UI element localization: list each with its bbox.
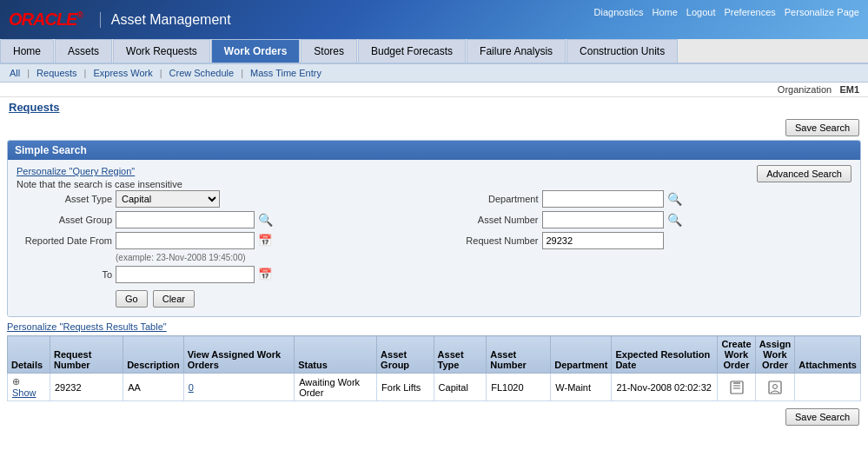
svg-point-5 bbox=[772, 384, 777, 388]
cell-status: Awaiting Work Order bbox=[295, 374, 377, 401]
tab-stores[interactable]: Stores bbox=[301, 39, 357, 63]
to-date-calendar-icon[interactable]: 📅 bbox=[258, 268, 272, 281]
tab-home[interactable]: Home bbox=[0, 39, 54, 63]
col-assign-work-order: AssignWorkOrder bbox=[755, 336, 795, 374]
subnav-express-work[interactable]: Express Work bbox=[88, 67, 157, 79]
tab-work-orders[interactable]: Work Orders bbox=[211, 39, 300, 63]
col-view-work-orders: View Assigned Work Orders bbox=[183, 336, 295, 374]
save-search-top-button[interactable]: Save Search bbox=[785, 119, 859, 136]
simple-search-body: Personalize "Query Region" Note that the… bbox=[8, 160, 860, 316]
save-search-bottom-button[interactable]: Save Search bbox=[785, 408, 859, 426]
asset-number-row: Asset Number 🔍 bbox=[443, 211, 852, 228]
cell-department: W-Maint bbox=[551, 374, 612, 401]
col-asset-group: Asset Group bbox=[377, 336, 434, 374]
asset-type-select[interactable]: Capital bbox=[116, 190, 220, 208]
asset-number-input[interactable] bbox=[542, 211, 664, 228]
department-label: Department bbox=[443, 194, 539, 204]
simple-search-section: Simple Search Personalize "Query Region"… bbox=[7, 140, 861, 317]
org-label: Organization bbox=[778, 84, 832, 95]
form-buttons: Go Clear bbox=[17, 290, 426, 308]
assign-work-order-icon[interactable] bbox=[767, 379, 783, 394]
col-status: Status bbox=[295, 336, 377, 374]
case-insensitive-note: Note that the search is case insensitive bbox=[17, 179, 182, 189]
oracle-wordmark: ORACLE® bbox=[9, 10, 83, 30]
col-request-number: Request Number bbox=[50, 336, 123, 374]
page-title: Requests bbox=[9, 101, 60, 114]
results-area: Personalize "Requests Results Table" Det… bbox=[7, 321, 861, 401]
department-search-icon[interactable]: 🔍 bbox=[667, 192, 682, 206]
cell-asset-group: Fork Lifts bbox=[377, 374, 434, 401]
nav-logout[interactable]: Logout bbox=[686, 7, 716, 17]
view-work-orders-link[interactable]: 0 bbox=[189, 382, 194, 393]
tab-budget-forecasts[interactable]: Budget Forecasts bbox=[358, 39, 466, 63]
asset-group-search-icon[interactable]: 🔍 bbox=[258, 213, 273, 227]
col-expected-resolution-date: Expected Resolution Date bbox=[612, 336, 718, 374]
nav-home[interactable]: Home bbox=[652, 7, 677, 17]
request-number-input[interactable] bbox=[542, 232, 664, 249]
cell-description: AA bbox=[123, 374, 184, 401]
col-attachments: Attachments bbox=[795, 336, 861, 374]
cell-asset-number: FL1020 bbox=[487, 374, 551, 401]
cell-assign-work-order bbox=[755, 374, 795, 401]
top-header: ORACLE® Asset Management Diagnostics Hom… bbox=[0, 0, 868, 39]
clear-button[interactable]: Clear bbox=[153, 290, 195, 308]
subnav-crew-schedule[interactable]: Crew Schedule bbox=[164, 67, 240, 79]
col-create-work-order: CreateWorkOrder bbox=[718, 336, 755, 374]
col-department: Department bbox=[551, 336, 612, 374]
request-number-row: Request Number bbox=[443, 232, 852, 249]
asset-number-search-icon[interactable]: 🔍 bbox=[667, 213, 682, 227]
asset-group-row: Asset Group 🔍 bbox=[17, 211, 426, 228]
svg-rect-4 bbox=[769, 381, 781, 394]
tab-assets[interactable]: Assets bbox=[55, 39, 112, 63]
asset-type-row: Asset Type Capital bbox=[17, 190, 426, 208]
asset-group-label: Asset Group bbox=[17, 215, 112, 225]
personalize-results-table-link[interactable]: Personalize "Requests Results Table" bbox=[7, 321, 167, 332]
tab-failure-analysis[interactable]: Failure Analysis bbox=[467, 39, 566, 63]
search-left-col: Asset Type Capital Asset Group 🔍 Reporte… bbox=[17, 190, 426, 308]
department-input[interactable] bbox=[542, 190, 664, 208]
advanced-search-button[interactable]: Advanced Search bbox=[757, 165, 851, 182]
subnav-mass-time-entry[interactable]: Mass Time Entry bbox=[245, 67, 327, 79]
page-title-bar: Requests bbox=[0, 97, 868, 116]
asset-type-label: Asset Type bbox=[17, 194, 112, 204]
org-value: EM1 bbox=[839, 84, 859, 95]
cell-view-work-orders: 0 bbox=[183, 374, 295, 401]
asset-number-label: Asset Number bbox=[443, 215, 539, 225]
subnav-all[interactable]: All bbox=[4, 67, 25, 79]
reported-date-from-input[interactable] bbox=[116, 232, 255, 249]
tab-work-requests[interactable]: Work Requests bbox=[113, 39, 210, 63]
example-row: (example: 23-Nov-2008 19:45:00) bbox=[17, 253, 426, 262]
nav-diagnostics[interactable]: Diagnostics bbox=[594, 7, 644, 17]
tab-construction-units[interactable]: Construction Units bbox=[567, 39, 678, 63]
cell-create-work-order bbox=[718, 374, 755, 401]
subnav-requests[interactable]: Requests bbox=[31, 67, 82, 79]
reported-date-from-calendar-icon[interactable]: 📅 bbox=[258, 234, 272, 248]
table-row: ⊕ Show 29232 AA 0 Awaiting Work Order Fo… bbox=[8, 374, 861, 401]
app-title: Asset Management bbox=[100, 12, 231, 28]
nav-personalize-page[interactable]: Personalize Page bbox=[785, 7, 859, 17]
nav-preferences[interactable]: Preferences bbox=[724, 7, 775, 17]
org-bar: Organization EM1 bbox=[0, 83, 868, 97]
asset-group-input[interactable] bbox=[116, 211, 255, 228]
show-link[interactable]: Show bbox=[12, 387, 36, 398]
personalize-query-region-link[interactable]: Personalize "Query Region" bbox=[17, 166, 135, 176]
reported-date-from-label: Reported Date From bbox=[17, 235, 112, 246]
col-asset-number: Asset Number bbox=[487, 336, 551, 374]
to-date-input[interactable] bbox=[116, 266, 255, 283]
reported-date-from-row: Reported Date From 📅 bbox=[17, 232, 426, 249]
request-number-label: Request Number bbox=[443, 235, 539, 246]
sub-nav: All | Requests | Express Work | Crew Sch… bbox=[0, 64, 868, 83]
department-row: Department 🔍 bbox=[443, 190, 852, 208]
search-form: Asset Type Capital Asset Group 🔍 Reporte… bbox=[17, 190, 851, 308]
cell-details: ⊕ Show bbox=[8, 374, 50, 401]
cell-expected-resolution-date: 21-Nov-2008 02:02:32 bbox=[612, 374, 718, 401]
to-row: To 📅 bbox=[17, 266, 426, 283]
cell-request-number: 29232 bbox=[50, 374, 123, 401]
go-button[interactable]: Go bbox=[116, 290, 148, 308]
cell-asset-type: Capital bbox=[434, 374, 487, 401]
save-search-top-area: Save Search bbox=[0, 116, 868, 140]
create-work-order-icon[interactable] bbox=[729, 379, 745, 394]
col-details: Details bbox=[8, 336, 50, 374]
to-label: To bbox=[17, 269, 112, 280]
col-description: Description bbox=[123, 336, 184, 374]
